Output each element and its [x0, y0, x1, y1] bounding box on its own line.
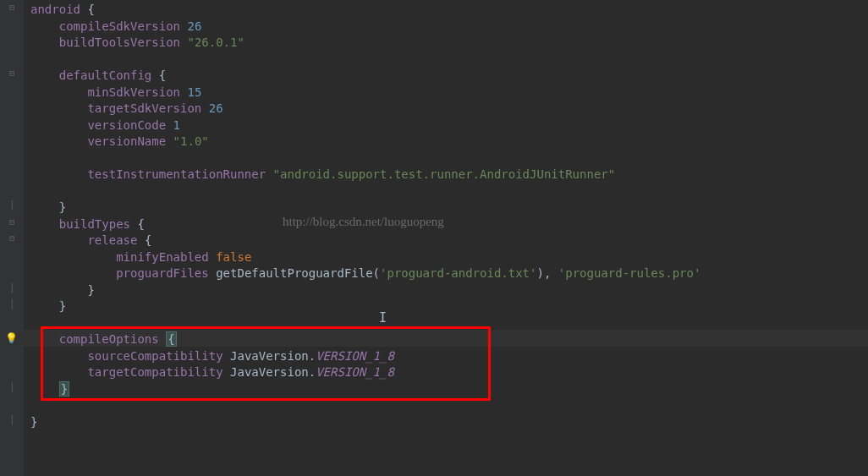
fold-bar-icon: │	[7, 299, 17, 309]
code-line	[30, 52, 868, 68]
code-editor[interactable]: ⊟ ⊟ │ ⊟ ⊟ │ │ 💡 │ │ android { compileSdk…	[0, 0, 868, 476]
code-line: testInstrumentationRunner "android.suppo…	[30, 167, 868, 183]
fold-bar-icon: │	[7, 415, 17, 425]
code-line	[30, 315, 868, 332]
fold-icon[interactable]: ⊟	[7, 217, 17, 227]
fold-icon[interactable]: ⊟	[7, 68, 17, 79]
fold-bar-icon: │	[7, 382, 17, 392]
code-line	[30, 397, 868, 414]
code-line: proguardFiles getDefaultProguardFile('pr…	[30, 265, 868, 282]
fold-bar-icon: │	[7, 283, 17, 293]
brace-match-close: }	[59, 381, 69, 397]
code-line: }	[30, 200, 868, 216]
code-line: }	[30, 282, 868, 299]
code-line: versionName "1.0"	[30, 134, 868, 150]
code-line: }	[30, 298, 868, 315]
gutter: ⊟ ⊟ │ ⊟ ⊟ │ │ 💡 │ │	[0, 0, 24, 476]
code-line: sourceCompatibility JavaVersion.VERSION_…	[30, 348, 868, 365]
fold-icon[interactable]: ⊟	[7, 3, 17, 13]
fold-bar-icon: │	[7, 200, 17, 211]
code-line: versionCode 1	[30, 118, 868, 134]
code-line: defaultConfig {	[30, 68, 868, 85]
code-line: minifyEnabled false	[30, 249, 868, 266]
brace-match-open: {	[166, 331, 176, 347]
code-line: release {	[30, 233, 868, 249]
code-content[interactable]: android { compileSdkVersion 26 buildTool…	[24, 0, 868, 476]
fold-icon[interactable]: ⊟	[7, 233, 17, 243]
code-line	[30, 150, 868, 167]
code-line: targetCompatibility JavaVersion.VERSION_…	[30, 364, 868, 381]
code-line	[30, 183, 868, 200]
code-line: buildToolsVersion "26.0.1"	[30, 35, 868, 52]
code-line: compileSdkVersion 26	[30, 19, 868, 36]
code-line: compileOptions {	[30, 331, 868, 348]
code-line: }	[30, 414, 868, 431]
code-line: android {	[30, 2, 868, 19]
code-line: buildTypes {	[30, 216, 868, 233]
lightbulb-icon[interactable]: 💡	[5, 332, 17, 344]
code-line: targetSdkVersion 26	[30, 101, 868, 118]
code-line: minSdkVersion 15	[30, 85, 868, 101]
code-line: }	[30, 381, 868, 398]
